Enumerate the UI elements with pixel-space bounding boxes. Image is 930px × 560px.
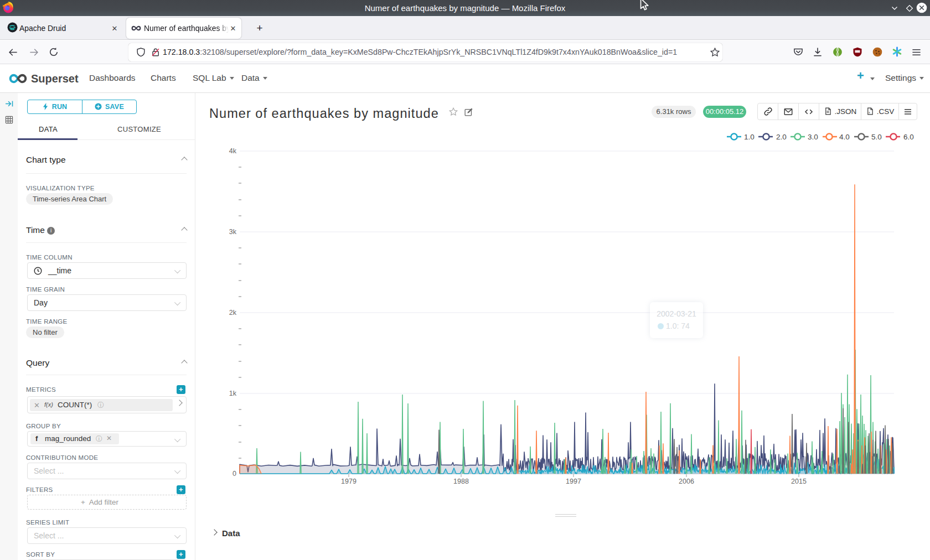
svg-text:1.0: 1.0	[744, 133, 755, 141]
svg-text:6.0: 6.0	[903, 133, 914, 141]
svg-text:1k: 1k	[229, 390, 237, 397]
svg-text:1988: 1988	[453, 478, 469, 485]
svg-text:3k: 3k	[229, 228, 237, 236]
svg-text:1979: 1979	[341, 478, 356, 485]
svg-text:4.0: 4.0	[839, 133, 850, 141]
svg-text:2k: 2k	[229, 309, 237, 317]
svg-text:2015: 2015	[791, 478, 807, 485]
svg-text:2.0: 2.0	[776, 133, 787, 141]
svg-text:0: 0	[232, 470, 236, 478]
svg-text:5.0: 5.0	[871, 133, 882, 141]
svg-text:2006: 2006	[679, 478, 694, 485]
svg-text:x: x	[869, 111, 870, 114]
svg-text:1997: 1997	[566, 478, 581, 485]
svg-text:3.0: 3.0	[808, 133, 818, 141]
svg-text:4k: 4k	[229, 147, 237, 155]
